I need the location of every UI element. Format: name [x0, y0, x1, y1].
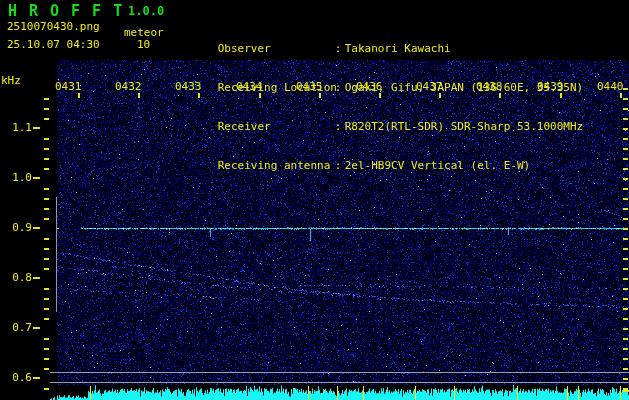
- time-label-0432: 0432: [115, 80, 141, 93]
- freq-label-0.8: 0.8: [2, 271, 32, 284]
- time-label-0433: 0433: [175, 80, 201, 93]
- freq-label-1.1: 1.1: [2, 121, 32, 134]
- time-label-0438: 0438: [476, 80, 502, 93]
- station-label: Observer: [218, 42, 335, 55]
- station-separator: :: [335, 42, 345, 55]
- freq-label-0.6: 0.6: [2, 371, 32, 384]
- file-name: 2510070430.png: [7, 20, 100, 33]
- freq-label-0.9: 0.9: [2, 221, 32, 234]
- freq-label-1.0: 1.0: [2, 171, 32, 184]
- station-row-antenna: Receiving antenna:2el-HB9CV Vertical (el…: [178, 146, 628, 159]
- app-version: 1.0.0: [128, 4, 164, 18]
- datetime-label: 25.10.07 04:30: [7, 38, 100, 51]
- station-info: Observer:Takanori Kawachi Receiving Loca…: [178, 3, 628, 185]
- time-label-0434: 0434: [236, 80, 262, 93]
- time-label-0437: 0437: [416, 80, 442, 93]
- station-label: Receiving antenna: [218, 159, 335, 172]
- freq-unit-label: kHz: [1, 74, 21, 87]
- station-value: Takanori Kawachi: [345, 42, 451, 55]
- time-label-0439: 0439: [537, 80, 563, 93]
- freq-label-0.7: 0.7: [2, 321, 32, 334]
- station-separator: :: [335, 159, 345, 172]
- station-row-observer: Observer:Takanori Kawachi: [178, 29, 628, 42]
- app-title: HROFFT: [8, 2, 134, 20]
- station-separator: :: [335, 81, 345, 94]
- station-value: 2el-HB9CV Vertical (el. E-W): [345, 159, 530, 172]
- time-label-0435: 0435: [296, 80, 322, 93]
- time-label-0436: 0436: [356, 80, 382, 93]
- echo-count: 10: [137, 38, 150, 51]
- station-label: Receiver: [218, 120, 335, 133]
- station-separator: :: [335, 120, 345, 133]
- station-row-receiver: Receiver:R820T2(RTL-SDR) SDR-Sharp 53.10…: [178, 107, 628, 120]
- time-label-0431: 0431: [55, 80, 81, 93]
- station-value: R820T2(RTL-SDR) SDR-Sharp 53.1000MHz: [345, 120, 583, 133]
- hrofft-screen: HROFFT 1.0.0 2510070430.png meteor 25.10…: [0, 0, 629, 400]
- time-label-0440: 0440: [597, 80, 623, 93]
